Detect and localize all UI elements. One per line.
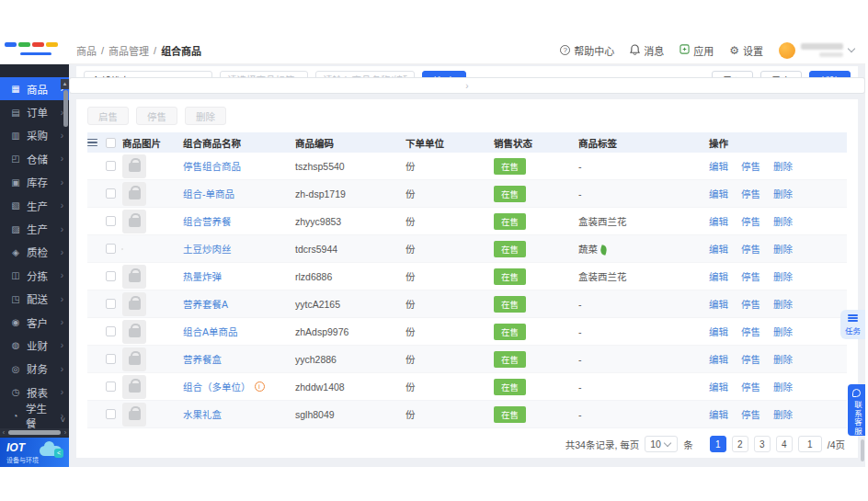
edit-link[interactable]: 编辑 <box>709 407 728 421</box>
product-tag: 盒装西兰花 <box>578 269 709 283</box>
row-checkbox[interactable] <box>106 161 116 171</box>
delete-link[interactable]: 删除 <box>773 380 793 393</box>
bulk-stop-sale-button[interactable]: 停售 <box>136 107 177 125</box>
page-button-3[interactable]: 3 <box>754 436 771 452</box>
bulk-delete-button[interactable]: 删除 <box>185 107 226 125</box>
stop-sale-link[interactable]: 停售 <box>741 159 760 173</box>
product-name-link[interactable]: 组合A单商品 <box>183 325 238 338</box>
edit-link[interactable]: 编辑 <box>709 352 728 366</box>
stop-sale-link[interactable]: 停售 <box>741 352 760 366</box>
sidebar-item-2[interactable]: ▤订单› <box>0 100 69 123</box>
settings-button[interactable]: ⚙ 设置 <box>729 43 763 58</box>
edit-link[interactable]: 编辑 <box>709 159 728 173</box>
page-size-select[interactable]: 10 <box>645 436 678 452</box>
delete-link[interactable]: 删除 <box>773 352 793 366</box>
edit-link[interactable]: 编辑 <box>709 325 728 338</box>
stop-sale-link[interactable]: 停售 <box>741 325 760 338</box>
delete-link[interactable]: 删除 <box>773 297 793 311</box>
breadcrumb-item[interactable]: 商品 <box>76 43 97 58</box>
sidebar-item-12[interactable]: ◍业财› <box>0 334 69 357</box>
sidebar-item-10[interactable]: ◳配送› <box>0 288 69 311</box>
customer-service-widget[interactable]: 联系客服 <box>848 384 865 436</box>
stop-sale-link[interactable]: 停售 <box>741 214 760 228</box>
product-name-link[interactable]: 组合营养餐 <box>183 214 232 228</box>
row-checkbox[interactable] <box>106 354 116 364</box>
product-name-link[interactable]: 组合（多单位）i <box>183 380 265 393</box>
row-checkbox[interactable] <box>106 271 116 281</box>
tasks-widget[interactable]: 任务 <box>840 310 865 339</box>
column-settings-icon[interactable] <box>87 139 97 147</box>
iot-banner[interactable]: IOT 设备与环境 < <box>0 438 69 467</box>
row-checkbox[interactable] <box>106 326 116 336</box>
edit-link[interactable]: 编辑 <box>709 297 728 311</box>
bag-icon <box>129 356 141 365</box>
select-all-checkbox[interactable] <box>106 138 116 148</box>
next-page-button[interactable]: › <box>69 77 865 94</box>
sidebar-item-5[interactable]: ▣库存› <box>0 171 69 194</box>
sidebar-item-7[interactable]: ▨生产› <box>0 217 69 240</box>
stop-sale-link[interactable]: 停售 <box>741 380 760 393</box>
sidebar-item-13[interactable]: ◎财务› <box>0 358 69 381</box>
product-name-link[interactable]: 停售组合商品 <box>183 159 241 173</box>
edit-link[interactable]: 编辑 <box>709 214 728 228</box>
sidebar-scroll-down-icon[interactable]: ˅ <box>61 416 65 425</box>
delete-link[interactable]: 删除 <box>773 242 793 256</box>
delete-link[interactable]: 删除 <box>773 325 793 338</box>
stop-sale-link[interactable]: 停售 <box>741 187 760 200</box>
row-checkbox[interactable] <box>106 409 116 419</box>
horizontal-scrollbar-thumb[interactable] <box>8 430 61 435</box>
page-button-2[interactable]: 2 <box>732 436 748 452</box>
sidebar-item-8[interactable]: ◈质检› <box>0 241 69 264</box>
edit-link[interactable]: 编辑 <box>709 380 728 393</box>
info-icon[interactable]: i <box>255 381 265 392</box>
sidebar-item-9[interactable]: ◫分拣› <box>0 264 69 287</box>
stop-sale-link[interactable]: 停售 <box>741 407 760 421</box>
stop-sale-link[interactable]: 停售 <box>741 242 760 256</box>
sidebar-scrollbar-thumb[interactable] <box>63 90 68 127</box>
stop-sale-link[interactable]: 停售 <box>741 269 760 283</box>
breadcrumb-item[interactable]: 商品管理 <box>108 43 149 58</box>
row-checkbox[interactable] <box>106 381 116 392</box>
row-checkbox[interactable] <box>106 299 116 309</box>
product-image-placeholder <box>122 375 146 399</box>
sidebar-item-4[interactable]: ◰仓储› <box>0 147 69 170</box>
apps-button[interactable]: 应用 <box>680 43 714 58</box>
sidebar-horizontal-scrollbar[interactable]: ‹ › <box>0 428 69 437</box>
page-button-4[interactable]: 4 <box>776 436 793 452</box>
scroll-right-icon[interactable]: › <box>62 429 69 436</box>
chevron-right-icon: › <box>61 364 63 374</box>
row-checkbox[interactable] <box>106 216 116 226</box>
product-name-link[interactable]: 组合-单商品 <box>183 187 234 200</box>
sidebar-item-15[interactable]: ◔学生餐› <box>0 404 69 427</box>
main-scrollbar-thumb[interactable] <box>861 439 864 461</box>
sidebar-item-11[interactable]: ◉客户› <box>0 311 69 334</box>
delete-link[interactable]: 删除 <box>773 159 793 173</box>
page-jump-input[interactable] <box>798 436 822 452</box>
product-name-link[interactable]: 营养套餐A <box>183 297 228 311</box>
edit-link[interactable]: 编辑 <box>709 269 728 283</box>
delete-link[interactable]: 删除 <box>773 269 793 283</box>
help-center-button[interactable]: ? 帮助中心 <box>560 43 614 58</box>
sidebar-item-6[interactable]: ▧生产› <box>0 194 69 217</box>
edit-link[interactable]: 编辑 <box>709 242 728 256</box>
product-name-link[interactable]: 水果礼盒 <box>183 407 222 421</box>
delete-link[interactable]: 删除 <box>773 214 793 228</box>
sidebar-item-3[interactable]: ▥采购› <box>0 124 69 147</box>
sidebar-scroll-up[interactable]: ▲ <box>61 79 69 89</box>
chevron-down-icon <box>664 438 671 446</box>
row-checkbox[interactable] <box>106 244 116 254</box>
delete-link[interactable]: 删除 <box>773 407 793 421</box>
sidebar-item-1[interactable]: ▦商品› <box>0 77 69 100</box>
user-menu[interactable] <box>779 42 854 59</box>
page-button-1[interactable]: 1 <box>710 436 726 452</box>
edit-link[interactable]: 编辑 <box>709 187 728 200</box>
product-name-link[interactable]: 热量炸弹 <box>183 269 222 283</box>
product-name-link[interactable]: 土豆炒肉丝 <box>183 242 232 256</box>
delete-link[interactable]: 删除 <box>773 187 793 200</box>
bulk-enable-sale-button[interactable]: 启售 <box>87 107 129 125</box>
stop-sale-link[interactable]: 停售 <box>741 297 760 311</box>
messages-button[interactable]: 消息 <box>630 43 664 58</box>
scroll-left-icon[interactable]: ‹ <box>0 429 7 436</box>
row-checkbox[interactable] <box>106 188 116 199</box>
product-name-link[interactable]: 营养餐盒 <box>183 352 222 366</box>
